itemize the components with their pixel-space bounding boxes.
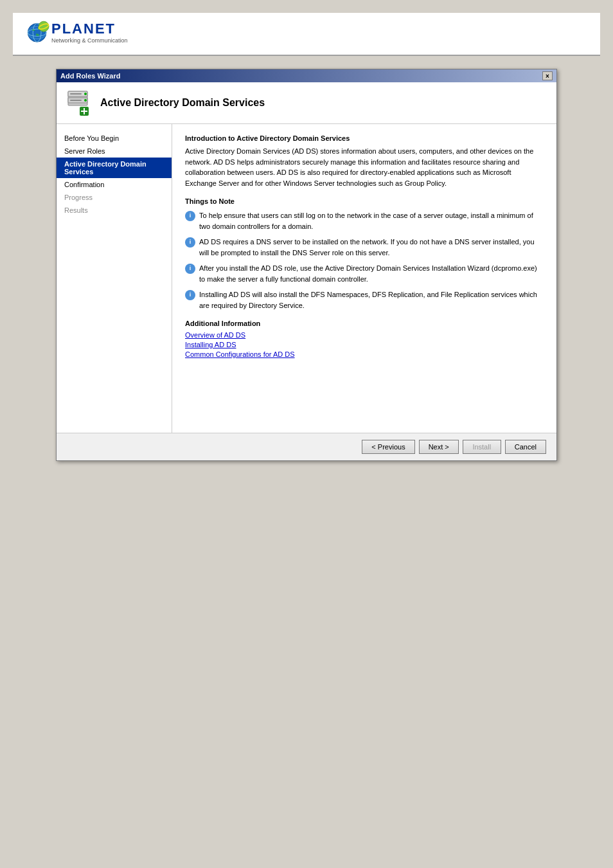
planet-logo-icon xyxy=(26,19,51,45)
svg-point-9 xyxy=(84,93,87,95)
link-overview-ad-ds[interactable]: Overview of AD DS xyxy=(185,331,544,339)
note-icon-1: i xyxy=(185,237,195,248)
wizard-header-icon xyxy=(67,90,93,116)
logo-text: PLANET Networking & Communication xyxy=(51,21,128,44)
previous-button[interactable]: < Previous xyxy=(362,440,414,454)
svg-rect-15 xyxy=(81,111,87,112)
nav-item-progress: Progress xyxy=(57,191,172,204)
note-text-1: AD DS requires a DNS server to be instal… xyxy=(199,237,544,258)
dialog-title: Add Roles Wizard xyxy=(60,72,120,80)
cancel-button[interactable]: Cancel xyxy=(505,440,546,454)
nav-item-results: Results xyxy=(57,204,172,217)
nav-item-before-you-begin[interactable]: Before You Begin xyxy=(57,132,172,145)
link-common-configs-ad-ds[interactable]: Common Configurations for AD DS xyxy=(185,350,544,358)
wizard-titlebar: Add Roles Wizard × xyxy=(57,69,556,82)
note-item-0: i To help ensure that users can still lo… xyxy=(185,210,544,231)
nav-item-confirmation[interactable]: Confirmation xyxy=(57,178,172,191)
logo-tagline: Networking & Communication xyxy=(51,37,128,44)
note-item-1: i AD DS requires a DNS server to be inst… xyxy=(185,237,544,258)
intro-title: Introduction to Active Directory Domain … xyxy=(185,134,544,142)
svg-point-10 xyxy=(84,99,87,102)
things-to-note-title: Things to Note xyxy=(185,197,544,205)
nav-item-server-roles[interactable]: Server Roles xyxy=(57,145,172,158)
additional-info-title: Additional Information xyxy=(185,320,544,327)
wizard-content: Introduction to Active Directory Domain … xyxy=(172,124,556,433)
wizard-header-title: Active Directory Domain Services xyxy=(100,97,265,109)
svg-rect-11 xyxy=(70,93,82,95)
note-item-2: i After you install the AD DS role, use … xyxy=(185,263,544,284)
note-icon-0: i xyxy=(185,211,195,221)
close-button[interactable]: × xyxy=(542,71,553,80)
wizard-dialog: Add Roles Wizard × xyxy=(56,69,557,461)
note-text-2: After you install the AD DS role, use th… xyxy=(199,263,544,284)
logo-area: PLANET Networking & Communication xyxy=(13,13,600,56)
note-text-3: Installing AD DS will also install the D… xyxy=(199,289,544,311)
intro-text: Active Directory Domain Services (AD DS)… xyxy=(185,146,544,188)
wizard-nav: Before You Begin Server Roles Active Dir… xyxy=(57,124,172,433)
svg-rect-12 xyxy=(70,100,82,101)
wizard-footer: < Previous Next > Install Cancel xyxy=(57,433,556,460)
note-text-0: To help ensure that users can still log … xyxy=(199,210,544,231)
wizard-header: Active Directory Domain Services xyxy=(57,82,556,124)
logo-name: PLANET xyxy=(51,21,128,37)
note-icon-2: i xyxy=(185,264,195,274)
wizard-body: Before You Begin Server Roles Active Dir… xyxy=(57,124,556,433)
next-button[interactable]: Next > xyxy=(419,440,459,454)
link-installing-ad-ds[interactable]: Installing AD DS xyxy=(185,341,544,348)
install-button[interactable]: Install xyxy=(463,440,501,454)
note-item-3: i Installing AD DS will also install the… xyxy=(185,289,544,311)
nav-item-ad-domain-services[interactable]: Active Directory Domain Services xyxy=(57,158,172,178)
note-icon-3: i xyxy=(185,290,195,300)
